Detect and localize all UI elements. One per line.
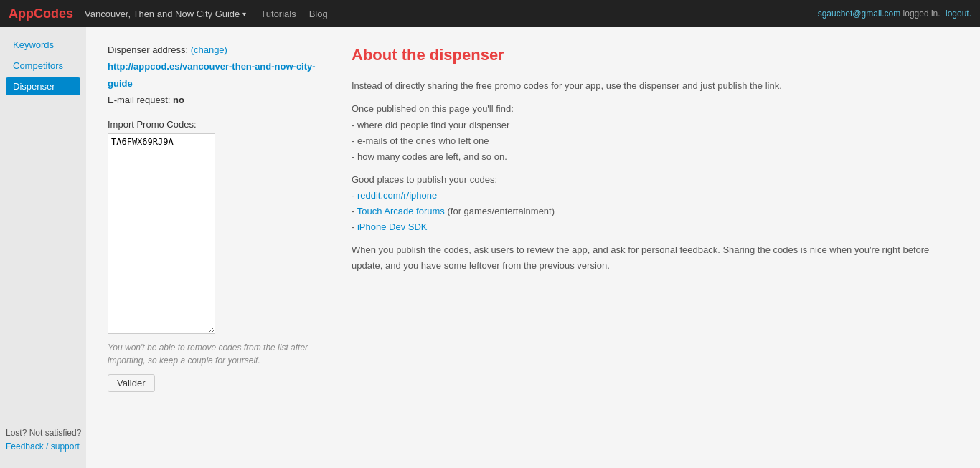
import-label: Import Promo Codes: bbox=[108, 119, 323, 130]
app-selector[interactable]: Vancouver, Then and Now City Guide ▾ bbox=[85, 9, 246, 19]
logo-codes: Codes bbox=[34, 6, 73, 21]
para2-bullet2: - e-mails of the ones who left one bbox=[352, 135, 489, 146]
sidebar: Keywords Competitors Dispenser Lost? Not… bbox=[0, 27, 86, 468]
address-prefix: Dispenser address: bbox=[108, 44, 188, 55]
logo-app: App bbox=[9, 6, 34, 21]
para3-bullet2-suffix: (for games/entertainment) bbox=[447, 206, 555, 216]
para3-bullet2-pre: - bbox=[352, 206, 357, 216]
lost-text: Lost? Not satisfied? bbox=[6, 428, 81, 438]
tutorials-link[interactable]: Tutorials bbox=[260, 9, 296, 19]
user-info: sgauchet@gmail.com logged in. logout. bbox=[818, 9, 971, 19]
sidebar-item-keywords[interactable]: Keywords bbox=[6, 36, 80, 54]
dispenser-address-section: Dispenser address: (change) http://appco… bbox=[108, 42, 323, 109]
blog-link[interactable]: Blog bbox=[309, 9, 328, 19]
feedback-label: Feedback / bbox=[6, 441, 48, 452]
reddit-link[interactable]: reddit.com/r/iphone bbox=[357, 190, 437, 201]
about-para4: When you publish the codes, ask users to… bbox=[352, 242, 958, 274]
feedback-link[interactable]: Feedback / bbox=[6, 441, 48, 452]
main-content: Dispenser address: (change) http://appco… bbox=[86, 27, 980, 468]
logged-in-text: logged in. bbox=[903, 9, 941, 19]
iphonedevsdk-link[interactable]: iPhone Dev SDK bbox=[357, 221, 428, 232]
current-app-name: Vancouver, Then and Now City Guide bbox=[85, 9, 240, 19]
address-url[interactable]: http://appcod.es/vancouver-then-and-now-… bbox=[108, 61, 316, 88]
main-layout: Keywords Competitors Dispenser Lost? Not… bbox=[0, 27, 980, 468]
user-email-link[interactable]: sgauchet@gmail.com bbox=[818, 9, 901, 19]
valider-button[interactable]: Valider bbox=[108, 374, 155, 392]
about-para1: Instead of directly sharing the free pro… bbox=[352, 78, 958, 94]
email-request-prefix: E-mail request: bbox=[108, 95, 170, 105]
left-panel: Dispenser address: (change) http://appco… bbox=[108, 42, 323, 454]
para3-bullet1-pre: - bbox=[352, 190, 357, 201]
app-logo: AppCodes bbox=[9, 6, 73, 22]
support-link[interactable]: support bbox=[51, 441, 80, 452]
sidebar-item-dispenser[interactable]: Dispenser bbox=[6, 77, 80, 95]
import-warning: You won't be able to remove codes from t… bbox=[108, 341, 319, 367]
about-para2: Once published on this page you'll find:… bbox=[352, 101, 958, 164]
about-title: About the dispenser bbox=[352, 42, 958, 68]
app-dropdown-arrow: ▾ bbox=[242, 10, 246, 18]
right-panel: About the dispenser Instead of directly … bbox=[352, 42, 958, 454]
para2-bullet1: - where did people find your dispenser bbox=[352, 120, 509, 130]
sidebar-item-competitors[interactable]: Competitors bbox=[6, 57, 80, 75]
email-request-value: no bbox=[173, 95, 184, 105]
promo-codes-textarea[interactable]: TA6FWX69RJ9A bbox=[108, 133, 215, 334]
change-link[interactable]: (change) bbox=[191, 44, 227, 55]
toucharcade-link[interactable]: Touch Arcade forums bbox=[357, 206, 445, 216]
sidebar-bottom: Lost? Not satisfied? Feedback / support bbox=[6, 426, 81, 454]
para2-bullet3: - how many codes are left, and so on. bbox=[352, 151, 507, 162]
top-navigation: AppCodes Vancouver, Then and Now City Gu… bbox=[0, 0, 980, 27]
para3-bullet3-pre: - bbox=[352, 221, 357, 232]
about-para3: Good places to publish your codes: - red… bbox=[352, 172, 958, 235]
para2-intro: Once published on this page you'll find: bbox=[352, 103, 514, 114]
logout-link[interactable]: logout. bbox=[946, 9, 971, 19]
para3-intro: Good places to publish your codes: bbox=[352, 174, 497, 185]
